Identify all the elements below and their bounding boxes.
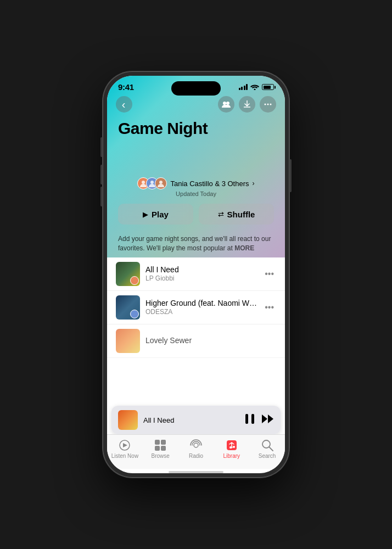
avatar-3 — [155, 177, 167, 189]
collab-name: Tania Castillo & 3 Others — [170, 180, 249, 188]
shuffle-button[interactable]: ⇄ Shuffle — [199, 204, 274, 225]
tab-listen-now[interactable]: Listen Now — [110, 439, 140, 459]
collab-section: Tania Castillo & 3 Others › Updated Toda… — [107, 177, 285, 197]
svg-point-6 — [142, 181, 145, 184]
tab-search-label: Search — [259, 453, 276, 459]
collaborators-button[interactable] — [218, 96, 234, 113]
play-icon: ▶ — [143, 210, 148, 219]
mini-player-controls — [245, 414, 274, 427]
song-info-3: Lovely Sewer — [145, 336, 276, 345]
svg-rect-9 — [245, 414, 248, 424]
svg-point-0 — [254, 89, 256, 91]
more-options-button[interactable] — [260, 96, 276, 113]
song-title-3: Lovely Sewer — [145, 336, 276, 345]
play-label: Play — [152, 210, 169, 219]
song-title-2: Higher Ground (feat. Naomi Wild) — [145, 299, 257, 307]
song-artist-2: ODESZA — [145, 308, 257, 316]
tab-search[interactable]: Search — [252, 439, 282, 459]
song-art-avatar-1 — [130, 276, 139, 285]
song-list: All I Need LP Giobbi ••• Higher Ground (… — [107, 257, 285, 406]
mini-pause-button[interactable] — [245, 414, 254, 427]
listen-now-icon — [119, 439, 131, 451]
song-art-3 — [116, 329, 140, 353]
svg-rect-15 — [155, 440, 160, 445]
svg-rect-10 — [251, 414, 254, 424]
svg-rect-17 — [155, 446, 160, 451]
tab-bar: Listen Now Browse Radio — [107, 434, 285, 469]
action-buttons: ▶ Play ⇄ Shuffle — [107, 197, 285, 230]
updated-text: Updated Today — [176, 191, 216, 197]
song-art-1 — [116, 262, 140, 286]
playlist-title: Game Night — [107, 117, 285, 144]
collab-arrow-icon: › — [253, 180, 255, 187]
wifi-icon — [250, 84, 259, 90]
song-item-3[interactable]: Lovely Sewer — [107, 324, 285, 358]
song-info-2: Higher Ground (feat. Naomi Wild) ODESZA — [145, 299, 257, 316]
playlist-description: Add your game night songs, and we'll all… — [107, 230, 285, 257]
mini-player[interactable]: All I Need — [111, 406, 281, 434]
tab-browse-label: Browse — [152, 453, 170, 459]
song-art-2 — [116, 295, 140, 320]
song-more-2[interactable]: ••• — [262, 300, 276, 315]
svg-point-8 — [159, 181, 163, 184]
song-item-1[interactable]: All I Need LP Giobbi ••• — [107, 257, 285, 291]
collab-row[interactable]: Tania Castillo & 3 Others › — [137, 177, 254, 189]
play-button[interactable]: ▶ Play — [118, 204, 193, 225]
back-button[interactable] — [116, 96, 132, 113]
svg-point-4 — [267, 104, 269, 105]
nav-right-buttons — [218, 96, 276, 113]
browse-icon — [154, 439, 166, 451]
mini-player-art — [118, 410, 138, 430]
mini-forward-button[interactable] — [262, 414, 274, 425]
song-artist-1: LP Giobbi — [145, 274, 257, 282]
mini-player-title: All I Need — [143, 416, 240, 424]
phone-screen: 9:41 — [107, 76, 285, 473]
home-indicator — [169, 471, 223, 473]
collab-avatars — [137, 177, 167, 189]
status-icons — [239, 84, 275, 90]
search-icon — [261, 439, 273, 451]
svg-point-2 — [226, 102, 229, 105]
tab-library[interactable]: Library — [216, 439, 247, 459]
svg-rect-16 — [161, 440, 166, 445]
song-title-1: All I Need — [145, 265, 257, 274]
phone-frame: 9:41 — [103, 71, 289, 478]
shuffle-label: Shuffle — [227, 210, 255, 219]
svg-point-5 — [270, 104, 272, 105]
tab-radio-label: Radio — [189, 453, 203, 459]
svg-point-7 — [150, 181, 154, 184]
tab-radio[interactable]: Radio — [181, 439, 211, 459]
top-nav — [107, 94, 285, 117]
tab-browse[interactable]: Browse — [145, 439, 176, 459]
svg-point-19 — [194, 443, 198, 447]
radio-icon — [190, 439, 202, 451]
song-more-1[interactable]: ••• — [262, 267, 276, 281]
tab-library-label: Library — [223, 453, 240, 459]
battery-icon — [262, 84, 274, 90]
svg-marker-12 — [268, 414, 273, 423]
svg-rect-18 — [161, 446, 166, 451]
status-time: 9:41 — [118, 82, 134, 92]
song-art-avatar-2 — [130, 310, 139, 318]
svg-line-25 — [269, 447, 273, 451]
svg-point-3 — [265, 104, 266, 105]
svg-marker-14 — [123, 443, 127, 447]
library-icon — [226, 439, 238, 451]
svg-point-21 — [229, 446, 232, 449]
more-link[interactable]: MORE — [234, 244, 254, 252]
signal-icon — [239, 84, 248, 90]
song-info-1: All I Need LP Giobbi — [145, 265, 257, 282]
download-button[interactable] — [239, 96, 255, 113]
svg-marker-11 — [262, 414, 267, 423]
svg-point-1 — [223, 102, 226, 105]
tab-listen-now-label: Listen Now — [111, 453, 138, 459]
shuffle-icon: ⇄ — [218, 210, 224, 219]
song-item-2[interactable]: Higher Ground (feat. Naomi Wild) ODESZA … — [107, 291, 285, 324]
dynamic-island — [171, 81, 221, 96]
